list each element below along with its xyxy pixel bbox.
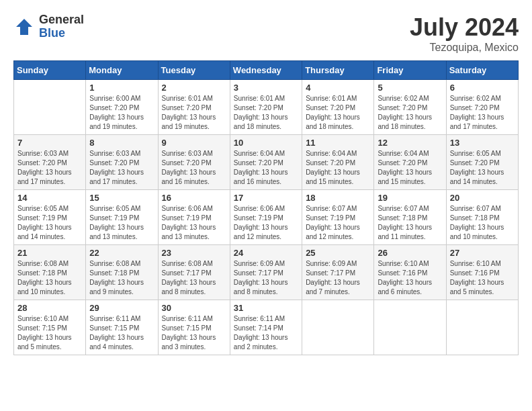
day-info: Sunrise: 6:11 AMSunset: 7:15 PMDaylight:… xyxy=(162,314,226,352)
table-row: 16Sunrise: 6:06 AMSunset: 7:19 PMDayligh… xyxy=(158,190,230,245)
table-row: 12Sunrise: 6:04 AMSunset: 7:20 PMDayligh… xyxy=(374,135,446,190)
day-info: Sunrise: 6:11 AMSunset: 7:14 PMDaylight:… xyxy=(234,314,298,352)
svg-marker-0 xyxy=(16,19,32,35)
day-number: 15 xyxy=(89,193,154,203)
day-info: Sunrise: 6:04 AMSunset: 7:20 PMDaylight:… xyxy=(234,149,298,187)
table-row: 17Sunrise: 6:06 AMSunset: 7:19 PMDayligh… xyxy=(230,190,302,245)
table-row xyxy=(446,300,518,355)
table-row: 10Sunrise: 6:04 AMSunset: 7:20 PMDayligh… xyxy=(230,135,302,190)
day-number: 11 xyxy=(306,138,370,148)
day-info: Sunrise: 6:09 AMSunset: 7:17 PMDaylight:… xyxy=(306,259,370,297)
header-sunday: Sunday xyxy=(14,61,86,80)
day-info: Sunrise: 6:02 AMSunset: 7:20 PMDaylight:… xyxy=(450,94,515,132)
day-info: Sunrise: 6:11 AMSunset: 7:15 PMDaylight:… xyxy=(89,314,154,352)
day-number: 27 xyxy=(450,248,515,258)
header-thursday: Thursday xyxy=(302,61,374,80)
table-row: 15Sunrise: 6:05 AMSunset: 7:19 PMDayligh… xyxy=(86,190,158,245)
calendar-week-row: 21Sunrise: 6:08 AMSunset: 7:18 PMDayligh… xyxy=(14,245,519,300)
day-number: 22 xyxy=(89,248,154,258)
day-info: Sunrise: 6:08 AMSunset: 7:17 PMDaylight:… xyxy=(162,259,226,297)
calendar-week-row: 14Sunrise: 6:05 AMSunset: 7:19 PMDayligh… xyxy=(14,190,519,245)
day-info: Sunrise: 6:10 AMSunset: 7:16 PMDaylight:… xyxy=(450,259,515,297)
weekday-header-row: Sunday Monday Tuesday Wednesday Thursday… xyxy=(14,61,519,80)
table-row: 11Sunrise: 6:04 AMSunset: 7:20 PMDayligh… xyxy=(302,135,374,190)
header-tuesday: Tuesday xyxy=(158,61,230,80)
table-row: 23Sunrise: 6:08 AMSunset: 7:17 PMDayligh… xyxy=(158,245,230,300)
day-number: 16 xyxy=(162,193,226,203)
day-number: 5 xyxy=(378,83,442,93)
day-number: 6 xyxy=(450,83,515,93)
day-number: 30 xyxy=(162,303,226,313)
day-info: Sunrise: 6:01 AMSunset: 7:20 PMDaylight:… xyxy=(234,94,298,132)
day-number: 4 xyxy=(306,83,370,93)
table-row: 21Sunrise: 6:08 AMSunset: 7:18 PMDayligh… xyxy=(14,245,86,300)
day-info: Sunrise: 6:03 AMSunset: 7:20 PMDaylight:… xyxy=(162,149,226,187)
table-row xyxy=(14,80,86,135)
day-number: 13 xyxy=(450,138,515,148)
day-number: 12 xyxy=(378,138,442,148)
day-info: Sunrise: 6:06 AMSunset: 7:19 PMDaylight:… xyxy=(162,204,226,242)
table-row: 22Sunrise: 6:08 AMSunset: 7:18 PMDayligh… xyxy=(86,245,158,300)
day-number: 26 xyxy=(378,248,442,258)
day-number: 2 xyxy=(162,83,226,93)
day-info: Sunrise: 6:08 AMSunset: 7:18 PMDaylight:… xyxy=(89,259,154,297)
day-info: Sunrise: 6:04 AMSunset: 7:20 PMDaylight:… xyxy=(306,149,370,187)
day-info: Sunrise: 6:07 AMSunset: 7:18 PMDaylight:… xyxy=(378,204,442,242)
logo-text: General Blue xyxy=(39,13,84,40)
table-row: 9Sunrise: 6:03 AMSunset: 7:20 PMDaylight… xyxy=(158,135,230,190)
day-info: Sunrise: 6:00 AMSunset: 7:20 PMDaylight:… xyxy=(89,94,154,132)
day-number: 19 xyxy=(378,193,442,203)
table-row: 19Sunrise: 6:07 AMSunset: 7:18 PMDayligh… xyxy=(374,190,446,245)
table-row: 24Sunrise: 6:09 AMSunset: 7:17 PMDayligh… xyxy=(230,245,302,300)
calendar-table: Sunday Monday Tuesday Wednesday Thursday… xyxy=(13,60,519,355)
calendar-title: July 2024 xyxy=(410,13,519,42)
day-number: 17 xyxy=(234,193,298,203)
table-row: 18Sunrise: 6:07 AMSunset: 7:19 PMDayligh… xyxy=(302,190,374,245)
day-info: Sunrise: 6:09 AMSunset: 7:17 PMDaylight:… xyxy=(234,259,298,297)
day-info: Sunrise: 6:04 AMSunset: 7:20 PMDaylight:… xyxy=(378,149,442,187)
day-number: 7 xyxy=(17,138,82,148)
day-number: 3 xyxy=(234,83,298,93)
day-info: Sunrise: 6:10 AMSunset: 7:16 PMDaylight:… xyxy=(378,259,442,297)
day-info: Sunrise: 6:05 AMSunset: 7:19 PMDaylight:… xyxy=(17,204,82,242)
day-number: 29 xyxy=(89,303,154,313)
day-number: 31 xyxy=(234,303,298,313)
table-row: 5Sunrise: 6:02 AMSunset: 7:20 PMDaylight… xyxy=(374,80,446,135)
table-row: 1Sunrise: 6:00 AMSunset: 7:20 PMDaylight… xyxy=(86,80,158,135)
day-number: 9 xyxy=(162,138,226,148)
day-info: Sunrise: 6:07 AMSunset: 7:18 PMDaylight:… xyxy=(450,204,515,242)
table-row: 14Sunrise: 6:05 AMSunset: 7:19 PMDayligh… xyxy=(14,190,86,245)
day-number: 24 xyxy=(234,248,298,258)
page-header: General Blue July 2024 Tezoquipa, Mexico xyxy=(13,13,519,54)
table-row: 26Sunrise: 6:10 AMSunset: 7:16 PMDayligh… xyxy=(374,245,446,300)
table-row xyxy=(374,300,446,355)
table-row: 28Sunrise: 6:10 AMSunset: 7:15 PMDayligh… xyxy=(14,300,86,355)
title-block: July 2024 Tezoquipa, Mexico xyxy=(410,13,519,54)
table-row: 4Sunrise: 6:01 AMSunset: 7:20 PMDaylight… xyxy=(302,80,374,135)
day-info: Sunrise: 6:10 AMSunset: 7:15 PMDaylight:… xyxy=(17,314,82,352)
day-number: 18 xyxy=(306,193,370,203)
calendar-location: Tezoquipa, Mexico xyxy=(410,42,519,54)
day-number: 1 xyxy=(89,83,154,93)
calendar-week-row: 7Sunrise: 6:03 AMSunset: 7:20 PMDaylight… xyxy=(14,135,519,190)
table-row: 8Sunrise: 6:03 AMSunset: 7:20 PMDaylight… xyxy=(86,135,158,190)
day-number: 25 xyxy=(306,248,370,258)
day-number: 21 xyxy=(17,248,82,258)
day-number: 10 xyxy=(234,138,298,148)
logo: General Blue xyxy=(13,13,84,40)
logo-blue-text: Blue xyxy=(39,27,84,40)
day-number: 20 xyxy=(450,193,515,203)
logo-icon xyxy=(13,16,35,38)
day-number: 28 xyxy=(17,303,82,313)
day-info: Sunrise: 6:01 AMSunset: 7:20 PMDaylight:… xyxy=(306,94,370,132)
day-info: Sunrise: 6:03 AMSunset: 7:20 PMDaylight:… xyxy=(17,149,82,187)
table-row: 7Sunrise: 6:03 AMSunset: 7:20 PMDaylight… xyxy=(14,135,86,190)
day-info: Sunrise: 6:05 AMSunset: 7:19 PMDaylight:… xyxy=(89,204,154,242)
header-monday: Monday xyxy=(86,61,158,80)
table-row: 25Sunrise: 6:09 AMSunset: 7:17 PMDayligh… xyxy=(302,245,374,300)
day-info: Sunrise: 6:02 AMSunset: 7:20 PMDaylight:… xyxy=(378,94,442,132)
header-friday: Friday xyxy=(374,61,446,80)
table-row xyxy=(302,300,374,355)
table-row: 30Sunrise: 6:11 AMSunset: 7:15 PMDayligh… xyxy=(158,300,230,355)
table-row: 3Sunrise: 6:01 AMSunset: 7:20 PMDaylight… xyxy=(230,80,302,135)
